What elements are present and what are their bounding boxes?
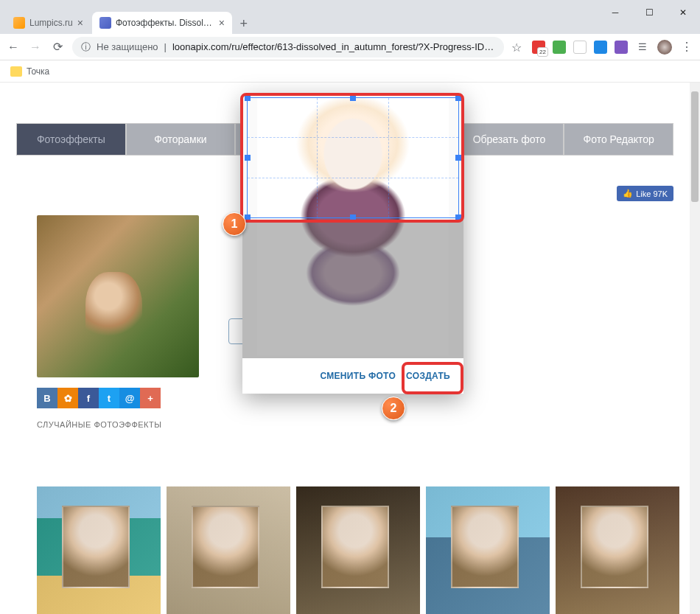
adblock-icon[interactable]	[532, 41, 545, 54]
tab-title: Lumpics.ru	[29, 18, 73, 28]
address-bar: ← → ⟳ ⓘ Не защищено | loonapix.com/ru/ef…	[0, 34, 700, 60]
window-titlebar	[0, 0, 700, 10]
crop-selection[interactable]	[247, 97, 459, 218]
crop-mask	[242, 220, 463, 358]
bookmark-folder-label[interactable]: Точка	[27, 66, 49, 77]
url-text: loonapix.com/ru/effector/613-dissolved_i…	[172, 41, 495, 52]
effect-thumbnail[interactable]	[37, 486, 161, 614]
crop-canvas[interactable]	[242, 94, 463, 358]
share-facebook[interactable]: f	[78, 388, 99, 408]
left-column: B ✿ f t @ + СЛУЧАЙНЫЕ ФОТОЭФФЕКТЫ	[37, 215, 199, 429]
effect-preview-image	[37, 215, 199, 377]
security-warning: Не защищено	[97, 41, 158, 52]
extension-icons: ☆ ☰ ⋮	[511, 40, 694, 55]
share-twitter[interactable]: t	[99, 388, 119, 408]
url-field[interactable]: ⓘ Не защищено | loonapix.com/ru/effector…	[72, 37, 504, 57]
share-ok[interactable]: ✿	[57, 388, 78, 408]
crop-handle[interactable]	[245, 155, 251, 161]
nav-photoeffects[interactable]: Фотоэффекты	[16, 123, 126, 156]
close-window-button[interactable]: ✕	[666, 0, 700, 25]
extension-icon[interactable]	[615, 41, 628, 54]
annotation-marker-2: 2	[382, 397, 405, 420]
share-mail[interactable]: @	[119, 388, 140, 408]
crop-handle[interactable]	[245, 214, 251, 220]
crop-handle[interactable]	[245, 95, 251, 101]
crop-handle[interactable]	[350, 214, 356, 220]
extension-icon[interactable]	[573, 41, 587, 54]
scrollbar-thumb[interactable]	[691, 91, 699, 202]
effect-thumbnail[interactable]	[167, 486, 290, 614]
social-share-row: B ✿ f t @ +	[37, 388, 199, 408]
info-icon: ⓘ	[81, 41, 91, 54]
nav-editor[interactable]: Фото Редактор	[564, 123, 673, 156]
favicon-icon	[99, 17, 111, 29]
close-tab-icon[interactable]: ×	[77, 17, 83, 29]
random-effects-grid	[37, 486, 679, 614]
tab-loonapix[interactable]: Фотоэффекты. Dissolved in autu... ×	[92, 12, 232, 34]
nav-crop[interactable]: Обрезать фото	[455, 123, 564, 156]
bookmark-star-icon[interactable]: ☆	[511, 41, 525, 54]
like-label: Like 97K	[636, 189, 668, 198]
window-controls: ─ ☐ ✕	[598, 0, 700, 25]
tab-title: Фотоэффекты. Dissolved in autu...	[116, 18, 214, 28]
crop-handle[interactable]	[455, 214, 461, 220]
extension-icon[interactable]	[553, 41, 566, 54]
change-photo-button[interactable]: СМЕНИТЬ ФОТО	[320, 371, 396, 381]
menu-icon[interactable]: ⋮	[679, 40, 694, 55]
random-effects-title: СЛУЧАЙНЫЕ ФОТОЭФФЕКТЫ	[37, 420, 199, 429]
tab-lumpics[interactable]: Lumpics.ru ×	[6, 12, 91, 34]
thumbs-up-icon: 👍	[623, 189, 633, 198]
minimize-button[interactable]: ─	[598, 0, 632, 25]
share-more[interactable]: +	[140, 388, 161, 408]
maximize-button[interactable]: ☐	[632, 0, 666, 25]
profile-avatar[interactable]	[657, 40, 672, 55]
crop-handle[interactable]	[455, 155, 461, 161]
effect-thumbnail[interactable]	[426, 486, 550, 614]
effect-thumbnail[interactable]	[556, 486, 679, 614]
tab-strip: Lumpics.ru × Фотоэффекты. Dissolved in a…	[0, 10, 700, 34]
modal-actions: СМЕНИТЬ ФОТО СОЗДАТЬ	[242, 358, 463, 394]
folder-icon	[10, 66, 22, 77]
reload-icon[interactable]: ⟳	[50, 40, 65, 55]
forward-icon[interactable]: →	[28, 40, 43, 55]
facebook-like-button[interactable]: 👍 Like 97K	[617, 186, 673, 201]
favicon-icon	[13, 17, 25, 29]
close-tab-icon[interactable]: ×	[219, 17, 225, 29]
crop-modal: СМЕНИТЬ ФОТО СОЗДАТЬ	[242, 94, 463, 394]
vertical-scrollbar[interactable]	[690, 83, 700, 614]
share-vk[interactable]: B	[37, 388, 57, 408]
annotation-marker-1: 1	[223, 212, 246, 236]
nav-photoframes[interactable]: Фоторамки	[126, 123, 236, 156]
reading-list-icon[interactable]: ☰	[635, 40, 650, 55]
bookmarks-bar: Точка	[0, 60, 700, 83]
effect-thumbnail[interactable]	[296, 486, 420, 614]
crop-handle[interactable]	[455, 95, 461, 101]
create-button[interactable]: СОЗДАТЬ	[406, 371, 450, 381]
crop-handle[interactable]	[350, 95, 356, 101]
extension-icon[interactable]	[594, 41, 607, 54]
new-tab-button[interactable]: +	[234, 13, 254, 34]
back-icon[interactable]: ←	[6, 40, 21, 55]
